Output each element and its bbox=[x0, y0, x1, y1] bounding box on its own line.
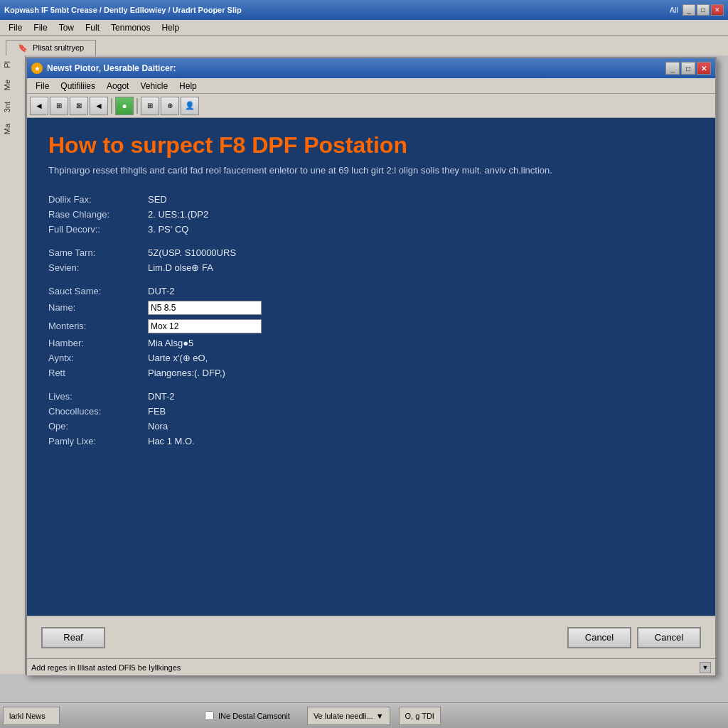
toolbar-separator-1 bbox=[111, 98, 112, 114]
field-value-lives: DNT-2 bbox=[148, 391, 175, 402]
table-row: Name: bbox=[48, 301, 694, 315]
os-menu-fult[interactable]: Fult bbox=[80, 21, 105, 34]
dialog-content: How to surpect F8 DPF Postation Thpinarg… bbox=[27, 118, 715, 616]
dialog-menu-help[interactable]: Help bbox=[173, 80, 203, 92]
toolbar-btn-2[interactable]: ⊞ bbox=[50, 97, 68, 115]
toolbar-btn-6[interactable]: ⊕ bbox=[161, 97, 179, 115]
field-label-ope: Ope: bbox=[48, 421, 148, 432]
os-title-text: Kopwash IF 5mbt Crease / Dently Edllowie… bbox=[4, 6, 670, 14]
os-tab-1[interactable]: 🔖 Plisat srultryep bbox=[6, 40, 96, 55]
taskbar-checkbox-destal[interactable] bbox=[205, 711, 214, 720]
os-window-controls: _ □ ✕ bbox=[682, 4, 724, 16]
os-taskbar: larkl News INe Destal Camsonit Ve lulate… bbox=[0, 702, 728, 728]
toolbar-separator-2 bbox=[136, 98, 138, 114]
os-maximize-btn[interactable]: □ bbox=[697, 4, 710, 16]
field-value-ope: Nora bbox=[148, 421, 168, 432]
dialog-title-text: Newst Piotor, Uesrable Daiticer: bbox=[47, 63, 665, 73]
field-value-full: 3. PS' CQ bbox=[148, 224, 188, 235]
field-value-sauct: DUT-2 bbox=[148, 286, 175, 296]
os-menu-tenmonos[interactable]: Tenmonos bbox=[105, 21, 156, 34]
taskbar-label-lulate: Ve lulate needli... bbox=[314, 712, 373, 720]
taskbar-item-lulate[interactable]: Ve lulate needli... ▼ bbox=[307, 707, 390, 725]
toolbar-btn-5[interactable]: ⊞ bbox=[141, 97, 159, 115]
dialog-close-btn[interactable]: ✕ bbox=[697, 62, 711, 75]
cancel-button-2[interactable]: Cancel bbox=[637, 627, 701, 648]
table-row: Sauct Same: DUT-2 bbox=[48, 286, 694, 296]
left-label-pl: Pl bbox=[0, 55, 14, 74]
taskbar-label-tdi: O, g TDI bbox=[405, 712, 434, 720]
toolbar-btn-7[interactable]: 👤 bbox=[181, 97, 199, 115]
taskbar-item-news[interactable]: larkl News bbox=[3, 707, 60, 725]
dialog-menu-qutifiliies[interactable]: Qutifiliies bbox=[55, 80, 101, 92]
os-menu-file1[interactable]: File bbox=[3, 21, 28, 34]
toolbar-btn-3[interactable]: ⊠ bbox=[70, 97, 88, 115]
field-label-hamber: Hamber: bbox=[48, 338, 148, 348]
dialog-menu-file[interactable]: File bbox=[30, 80, 55, 92]
content-subtitle: Thpinargo resset thhglls and carid fad r… bbox=[48, 164, 694, 177]
field-label-same: Same Tarn: bbox=[48, 247, 148, 258]
dialog-statusbar: Add reges in Illisat asted DFI5 be Iyllk… bbox=[27, 658, 715, 675]
os-left-panel: Pl Me 3nt Ma bbox=[0, 55, 26, 674]
reaf-button[interactable]: Reaf bbox=[41, 627, 105, 648]
field-label-monteris: Monteris: bbox=[48, 321, 148, 331]
dialog-toolbar: ◄ ⊞ ⊠ ◄ ● ⊞ ⊕ 👤 bbox=[27, 94, 715, 118]
name-input[interactable] bbox=[148, 301, 262, 315]
field-label-full: Full Decorv:: bbox=[48, 224, 148, 235]
table-row: Dollix Fax: SED bbox=[48, 194, 694, 205]
section-divider-1 bbox=[48, 239, 694, 247]
field-value-same: 5Z(USP. S10000URS bbox=[148, 247, 236, 258]
os-title-right: All bbox=[670, 6, 678, 14]
field-label-sevien: Sevien: bbox=[48, 262, 148, 273]
taskbar-item-tdi[interactable]: O, g TDI bbox=[399, 707, 441, 725]
table-row: Sevien: Lim.D olse⊕ FA bbox=[48, 262, 694, 273]
table-row: Lives: DNT-2 bbox=[48, 391, 694, 402]
dialog-menu-aogot[interactable]: Aogot bbox=[101, 80, 134, 92]
os-tab-1-label: Plisat srultryep bbox=[33, 43, 84, 52]
dialog-menu-vehicle[interactable]: Vehicle bbox=[134, 80, 173, 92]
os-title-bar: Kopwash IF 5mbt Crease / Dently Edllowie… bbox=[0, 0, 728, 20]
field-label-dollix: Dollix Fax: bbox=[48, 194, 148, 205]
table-row: Same Tarn: 5Z(USP. S10000URS bbox=[48, 247, 694, 258]
info-section-main: Dollix Fax: SED Rase Chlange: 2. UES:1.(… bbox=[48, 194, 694, 446]
table-row: Pamly Lixe: Hac 1 M.O. bbox=[48, 436, 694, 446]
section-divider-3 bbox=[48, 382, 694, 391]
field-label-lives: Lives: bbox=[48, 391, 148, 402]
table-row: Rett Piangones:(. DFP,) bbox=[48, 368, 694, 378]
dialog-title-bar: ★ Newst Piotor, Uesrable Daiticer: _ □ ✕ bbox=[27, 58, 715, 78]
field-value-chocolluces: FEB bbox=[148, 406, 166, 417]
monteris-input[interactable] bbox=[148, 319, 262, 333]
field-label-sauct: Sauct Same: bbox=[48, 286, 148, 296]
os-minimize-btn[interactable]: _ bbox=[682, 4, 695, 16]
field-label-rett: Rett bbox=[48, 368, 148, 378]
left-label-3nt: 3nt bbox=[0, 96, 14, 118]
field-label-ayntx: Ayntx: bbox=[48, 353, 148, 363]
toolbar-btn-green[interactable]: ● bbox=[115, 97, 134, 115]
dialog-maximize-btn[interactable]: □ bbox=[681, 62, 695, 75]
dialog-menu-bar: File Qutifiliies Aogot Vehicle Help bbox=[27, 78, 715, 94]
os-close-btn[interactable]: ✕ bbox=[711, 4, 724, 16]
content-title: How to surpect F8 DPF Postation bbox=[48, 132, 694, 159]
table-row: Ayntx: Uarte x'(⊕ eO, bbox=[48, 353, 694, 363]
table-row: Full Decorv:: 3. PS' CQ bbox=[48, 224, 694, 235]
field-value-rett: Piangones:(. DFP,) bbox=[148, 368, 225, 378]
left-label-me: Me bbox=[0, 74, 14, 96]
table-row: Monteris: bbox=[48, 319, 694, 333]
statusbar-scroll[interactable]: ▼ bbox=[700, 662, 711, 673]
field-label-rase: Rase Chlange: bbox=[48, 209, 148, 220]
cancel-button-1[interactable]: Cancel bbox=[567, 627, 631, 648]
os-menu-tow[interactable]: Tow bbox=[53, 21, 80, 34]
taskbar-label-destal: INe Destal Camsonit bbox=[218, 712, 290, 720]
os-menu-help[interactable]: Help bbox=[156, 21, 185, 34]
dialog-win-controls: _ □ ✕ bbox=[665, 62, 711, 75]
field-value-hamber: Mia Alsg●5 bbox=[148, 338, 193, 348]
table-row: Hamber: Mia Alsg●5 bbox=[48, 338, 694, 348]
os-menu-file2[interactable]: File bbox=[28, 21, 53, 34]
field-value-pamly: Hac 1 M.O. bbox=[148, 436, 195, 446]
toolbar-btn-4[interactable]: ◄ bbox=[90, 97, 108, 115]
dialog-footer: Reaf Cancel Cancel bbox=[27, 616, 715, 658]
dialog-minimize-btn[interactable]: _ bbox=[665, 62, 680, 75]
dialog-window: ★ Newst Piotor, Uesrable Daiticer: _ □ ✕… bbox=[26, 57, 717, 675]
table-row: Rase Chlange: 2. UES:1.(DP2 bbox=[48, 209, 694, 220]
field-label-pamly: Pamly Lixe: bbox=[48, 436, 148, 446]
toolbar-btn-1[interactable]: ◄ bbox=[30, 97, 48, 115]
